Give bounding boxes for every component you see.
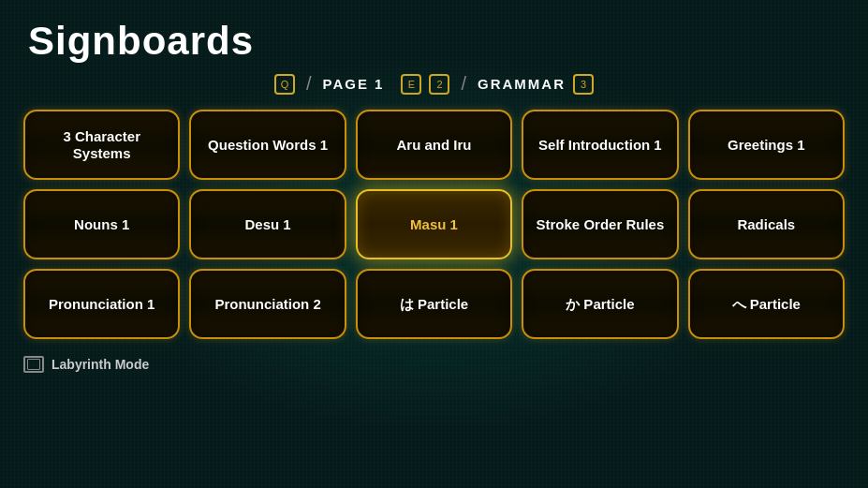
nav-icon-2: 2: [429, 74, 449, 95]
grid-button-label-1: Question Words 1: [208, 137, 328, 154]
grid-button-label-12: は Particle: [400, 296, 468, 313]
grid-button-label-9: Radicals: [737, 216, 795, 233]
grid-button-3[interactable]: Self Introduction 1: [522, 110, 678, 180]
nav-page-label: Page 1: [323, 76, 385, 92]
nav-icon-q: Q: [274, 74, 295, 95]
labyrinth-label: Labyrinth Mode: [51, 357, 149, 372]
nav-icon-e: E: [401, 74, 421, 95]
bottom-bar: Labyrinth Mode: [0, 352, 868, 377]
nav-separator-2: /: [461, 73, 466, 95]
grid-button-7[interactable]: Masu 1: [356, 189, 512, 259]
grid-button-label-8: Stroke Order Rules: [537, 216, 665, 233]
grid-button-label-5: Nouns 1: [74, 216, 129, 233]
grid-button-label-0: 3 Character Systems: [33, 128, 170, 162]
grid-button-label-6: Desu 1: [244, 216, 290, 233]
nav-icon-3: 3: [573, 74, 594, 95]
grid-button-10[interactable]: Pronunciation 1: [23, 269, 180, 339]
grid-button-13[interactable]: か Particle: [522, 269, 678, 339]
grid-button-label-14: へ Particle: [732, 296, 801, 313]
grid-button-label-4: Greetings 1: [728, 137, 805, 154]
grid-button-6[interactable]: Desu 1: [189, 189, 346, 259]
grid-button-1[interactable]: Question Words 1: [189, 110, 346, 180]
grid-button-label-11: Pronunciation 2: [214, 296, 320, 313]
nav-bar: Q / Page 1 E 2 / Grammar 3: [0, 73, 868, 95]
grid-button-9[interactable]: Radicals: [688, 189, 845, 259]
grid-button-11[interactable]: Pronunciation 2: [189, 269, 346, 339]
grid-container: 3 Character SystemsQuestion Words 1Aru a…: [0, 110, 868, 339]
grid-button-label-2: Aru and Iru: [396, 137, 471, 154]
nav-separator-1: /: [306, 73, 312, 95]
grid-button-2[interactable]: Aru and Iru: [356, 110, 512, 180]
grid-button-0[interactable]: 3 Character Systems: [23, 110, 180, 180]
grid-button-label-7: Masu 1: [410, 216, 458, 233]
grid-button-label-13: か Particle: [566, 296, 634, 313]
labyrinth-icon: [23, 356, 44, 373]
grid-button-8[interactable]: Stroke Order Rules: [522, 189, 678, 259]
grid-button-5[interactable]: Nouns 1: [23, 189, 180, 259]
grid-button-4[interactable]: Greetings 1: [688, 110, 845, 180]
grid-button-12[interactable]: は Particle: [356, 269, 512, 339]
grid-button-14[interactable]: へ Particle: [688, 269, 845, 339]
grid-button-label-3: Self Introduction 1: [538, 137, 662, 154]
grid-button-label-10: Pronunciation 1: [49, 296, 154, 313]
page-title: Signboards: [0, 0, 868, 73]
nav-grammar-label: Grammar: [478, 76, 566, 92]
